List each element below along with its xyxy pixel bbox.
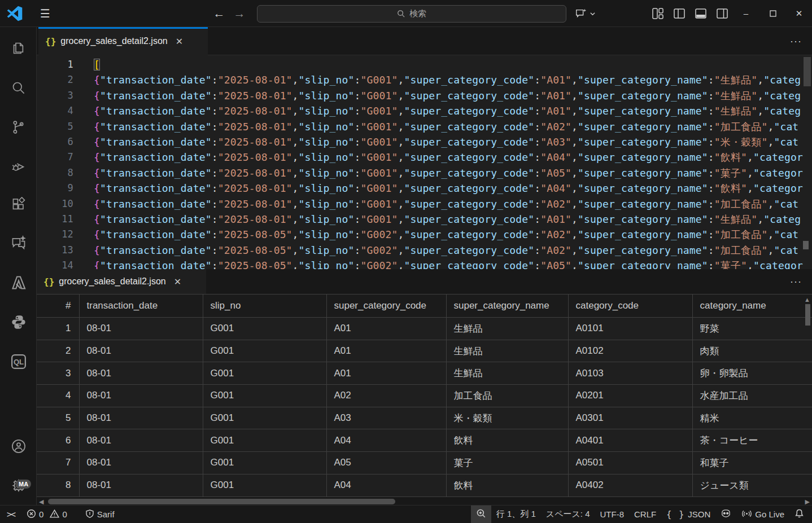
sidebar-item-chat[interactable] — [0, 229, 37, 257]
horizontal-scrollbar-thumb[interactable] — [48, 499, 395, 504]
code-line[interactable]: 4{"transaction_date":"2025-08-01","slip_… — [37, 103, 812, 118]
code-line[interactable]: 6{"transaction_date":"2025-08-01","slip_… — [37, 134, 812, 150]
account-icon — [11, 438, 27, 454]
table-row[interactable]: 808-01G001A04飲料A0402ジュース類 — [37, 474, 812, 496]
table-row[interactable]: 308-01G001A01生鮮品A0103卵・卵製品 — [37, 362, 812, 385]
table-row[interactable]: 208-01G001A01生鮮品A0102肉類 — [37, 340, 812, 362]
code-line[interactable]: 7{"transaction_date":"2025-08-01","slip_… — [37, 150, 812, 165]
panel-more-actions-icon[interactable]: ··· — [790, 276, 802, 288]
encoding-status[interactable]: UTF-8 — [595, 506, 630, 523]
column-header[interactable]: super_category_code — [326, 295, 446, 318]
table-row[interactable]: 708-01G001A05菓子A0501和菓子 — [37, 452, 812, 474]
svg-text:QL: QL — [13, 358, 23, 366]
table-row[interactable]: 108-01G001A01生鮮品A0101野菜 — [37, 318, 812, 340]
code-line[interactable]: 5{"transaction_date":"2025-08-01","slip_… — [37, 119, 812, 134]
table-cell: A01 — [326, 340, 446, 362]
warning-count: 0 — [62, 509, 67, 519]
overview-ruler-marker — [803, 241, 809, 249]
table-cell: 08-01 — [79, 340, 203, 362]
table-cell: 08-01 — [79, 452, 203, 474]
table-cell: 08-01 — [79, 474, 203, 496]
line-content: {"transaction_date":"2025-08-01","slip_n… — [73, 212, 801, 227]
nav-forward-icon[interactable]: → — [230, 5, 248, 23]
tab-close-icon[interactable]: ✕ — [174, 276, 181, 287]
table-cell: 8 — [37, 474, 79, 496]
sidebar-item-source-control[interactable] — [0, 113, 37, 141]
menu-icon[interactable]: ☰ — [36, 5, 54, 23]
toggle-secondary-sidebar-icon[interactable] — [717, 8, 728, 19]
code-editor[interactable]: 1[2{"transaction_date":"2025-08-01","sli… — [37, 56, 812, 269]
window-close-button[interactable]: ✕ — [786, 0, 812, 27]
language-mode-status[interactable]: { } JSON — [661, 506, 715, 523]
window-minimize-button[interactable]: – — [733, 0, 759, 27]
sidebar-item-search[interactable] — [0, 73, 37, 102]
line-number: 9 — [37, 181, 73, 196]
table-cell: G001 — [203, 340, 326, 362]
sidebar-item-azure[interactable] — [0, 269, 37, 297]
vscode-logo-icon — [7, 6, 23, 21]
editor-more-actions-icon[interactable]: ··· — [790, 36, 802, 47]
code-line[interactable]: 8{"transaction_date":"2025-08-01","slip_… — [37, 165, 812, 181]
tab-close-icon[interactable]: ✕ — [176, 36, 183, 47]
table-cell: A0401 — [568, 429, 692, 452]
code-line[interactable]: 14{"transaction_date":"2025-08-05","slip… — [37, 258, 812, 269]
cursor-position-status[interactable]: 行 1、列 1 — [491, 506, 541, 523]
code-line[interactable]: 13{"transaction_date":"2025-08-05","slip… — [37, 243, 812, 258]
table-cell: 6 — [37, 429, 79, 452]
toggle-panel-icon[interactable] — [695, 8, 706, 19]
code-line[interactable]: 2{"transaction_date":"2025-08-01","slip_… — [37, 72, 812, 87]
sidebar-item-codeql[interactable]: QL — [0, 348, 37, 376]
window-maximize-button[interactable] — [760, 0, 786, 27]
table-cell: G001 — [203, 429, 326, 452]
column-header[interactable]: category_name — [692, 295, 812, 318]
table-row[interactable]: 608-01G001A04飲料A0401茶・コーヒー — [37, 429, 812, 452]
eol-status[interactable]: CRLF — [629, 506, 661, 523]
panel-tab-label: grocery_sales_detail2.json — [59, 276, 165, 287]
table-vertical-scrollbar[interactable] — [805, 304, 810, 326]
table-row[interactable]: 408-01G001A02加工食品A0201水産加工品 — [37, 385, 812, 407]
column-header[interactable]: slip_no — [203, 295, 326, 318]
copilot-icon — [721, 508, 731, 521]
command-center-search[interactable]: 検索 — [257, 5, 566, 23]
line-content: {"transaction_date":"2025-08-05","slip_n… — [73, 243, 798, 258]
customize-layout-icon[interactable] — [652, 8, 663, 19]
code-line[interactable]: 11{"transaction_date":"2025-08-01","slip… — [37, 212, 812, 227]
go-live-status[interactable]: Go Live — [736, 506, 789, 523]
notifications-button[interactable] — [789, 506, 812, 523]
sarif-status[interactable]: Sarif — [80, 506, 120, 523]
zoom-status-button[interactable] — [471, 506, 491, 523]
table-scroll-up-icon[interactable]: ▲ — [804, 296, 810, 303]
code-line[interactable]: 12{"transaction_date":"2025-08-05","slip… — [37, 227, 812, 242]
code-line[interactable]: 1[ — [37, 57, 812, 72]
copilot-status[interactable] — [715, 506, 736, 523]
editor-vertical-scrollbar[interactable] — [804, 57, 811, 86]
sidebar-item-run-debug[interactable] — [0, 152, 37, 180]
column-header[interactable]: category_code — [568, 295, 692, 318]
code-line[interactable]: 9{"transaction_date":"2025-08-01","slip_… — [37, 181, 812, 196]
settings-button[interactable]: MA — [0, 472, 37, 500]
code-line[interactable]: 3{"transaction_date":"2025-08-01","slip_… — [37, 88, 812, 103]
table-cell: A0101 — [568, 318, 692, 340]
column-header[interactable]: transaction_date — [79, 295, 203, 318]
table-row[interactable]: 508-01G001A03米・穀類A0301精米 — [37, 407, 812, 429]
sidebar-item-python[interactable] — [0, 308, 37, 336]
code-line[interactable]: 10{"transaction_date":"2025-08-01","slip… — [37, 196, 812, 212]
nav-back-icon[interactable]: ← — [210, 5, 228, 23]
table-cell: 飲料 — [446, 474, 568, 496]
problems-status[interactable]: 0 0 — [21, 506, 72, 523]
sidebar-item-extensions[interactable] — [0, 190, 37, 218]
search-placeholder: 検索 — [409, 8, 426, 19]
editor-tab[interactable]: {} grocery_sales_detail2.json ✕ — [38, 27, 208, 55]
panel-tab[interactable]: {} grocery_sales_detail2.json ✕ — [37, 269, 206, 294]
line-number: 1 — [37, 57, 73, 72]
table-cell: 4 — [37, 385, 79, 407]
panel-horizontal-scrollbar[interactable]: ◀ ▶ — [37, 498, 812, 506]
indentation-status[interactable]: スペース: 4 — [541, 506, 595, 523]
accounts-button[interactable] — [0, 432, 37, 460]
copilot-chat-button[interactable] — [575, 5, 596, 22]
toggle-primary-sidebar-icon[interactable] — [674, 8, 685, 19]
sidebar-item-explorer[interactable] — [0, 34, 37, 62]
column-header[interactable]: # — [37, 295, 79, 318]
remote-indicator[interactable]: >< — [0, 506, 21, 523]
column-header[interactable]: super_category_name — [446, 295, 568, 318]
